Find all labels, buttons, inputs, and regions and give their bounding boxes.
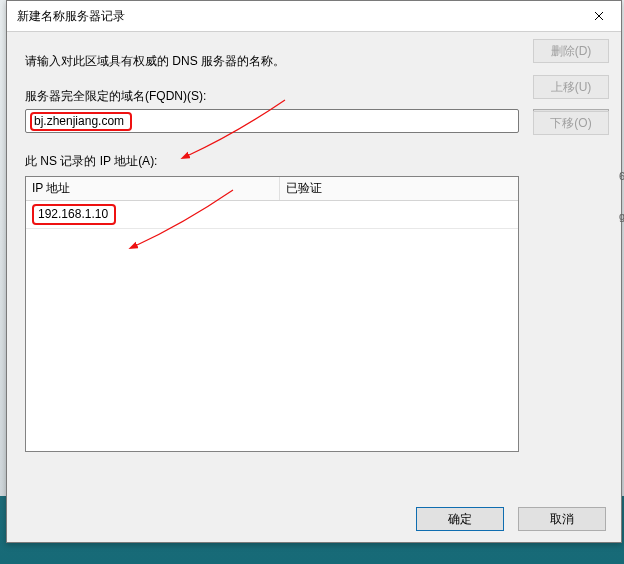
fqdn-value: bj.zhenjiang.com [30, 112, 132, 131]
table-header: IP 地址 已验证 [26, 177, 518, 201]
title-bar: 新建名称服务器记录 [7, 1, 621, 32]
instruction-text: 请输入对此区域具有权威的 DNS 服务器的名称。 [25, 53, 609, 70]
table-row[interactable]: 192.168.1.10 [26, 201, 518, 229]
verified-cell [280, 201, 518, 228]
window-title: 新建名称服务器记录 [17, 8, 577, 25]
ip-table: IP 地址 已验证 192.168.1.10 [25, 176, 519, 452]
move-down-button: 下移(O) [533, 111, 609, 135]
move-up-button: 上移(U) [533, 75, 609, 99]
dialog-window: 新建名称服务器记录 请输入对此区域具有权威的 DNS 服务器的名称。 服务器完全… [6, 0, 622, 543]
ns-label: 此 NS 记录的 IP 地址(A): [25, 153, 609, 170]
close-icon [594, 11, 604, 21]
col-verified[interactable]: 已验证 [280, 177, 518, 200]
ip-cell: 192.168.1.10 [32, 204, 116, 225]
ok-button[interactable]: 确定 [416, 507, 504, 531]
dialog-footer: 确定 取消 [8, 497, 620, 541]
fqdn-input-box[interactable]: bj.zhenjiang.com [25, 109, 519, 133]
fqdn-label: 服务器完全限定的域名(FQDN)(S): [25, 88, 609, 105]
delete-button: 删除(D) [533, 39, 609, 63]
background-text: 6 g [619, 170, 624, 222]
cancel-button[interactable]: 取消 [518, 507, 606, 531]
col-ip[interactable]: IP 地址 [26, 177, 280, 200]
close-button[interactable] [577, 1, 621, 31]
